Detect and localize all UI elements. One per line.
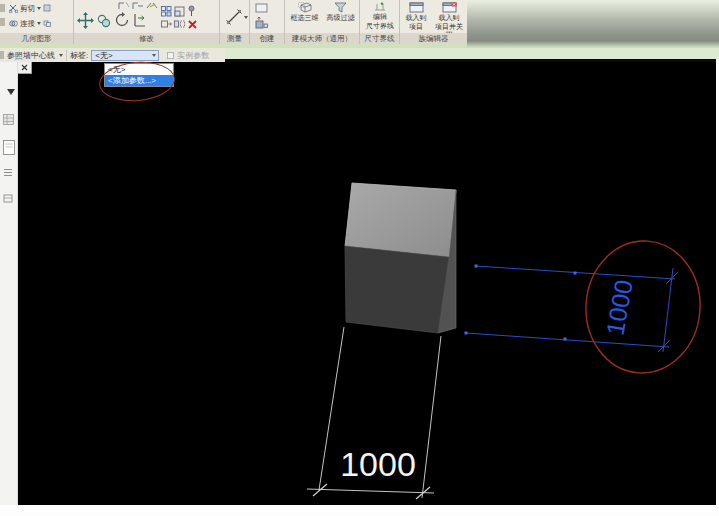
join-alt-icon[interactable]	[43, 19, 52, 28]
mirror-icon[interactable]	[174, 19, 185, 29]
panel-label-witness-lines: 尺寸界线	[360, 33, 399, 44]
box-select-3d-label: 框选三维	[291, 14, 319, 21]
drag-handle[interactable]	[564, 338, 567, 341]
options-separator	[66, 50, 67, 61]
bottom-edge	[0, 505, 719, 516]
panel-modify: 修改	[74, 0, 220, 44]
scroll-down-icon[interactable]	[7, 89, 15, 95]
drag-handle[interactable]	[465, 332, 468, 335]
3d-viewport-canvas[interactable]: 1000 1000	[18, 62, 716, 505]
palette-list-icon[interactable]	[3, 168, 13, 177]
offset-icon[interactable]	[161, 19, 172, 29]
clipped-label	[0, 51, 4, 59]
panel-label-measure: 测量	[220, 33, 249, 44]
clipped-icon	[0, 18, 5, 26]
tag-dropdown-list: <无> <添加参数...>	[104, 63, 174, 87]
drag-handle[interactable]	[475, 265, 478, 268]
array-icon[interactable]	[161, 6, 172, 17]
prefer-value: 参照墙中心线	[7, 50, 55, 61]
palette-grid-icon[interactable]	[3, 114, 14, 125]
box-select-3d-button[interactable]: 框选三维	[287, 0, 322, 33]
edit-witness-lines-label-2: 尺寸界线	[366, 22, 394, 29]
chevron-down-icon	[152, 54, 156, 57]
load-into-project-close-button[interactable]: 载入到 项目并关闭	[432, 0, 466, 33]
move-icon[interactable]	[77, 12, 94, 29]
split-icon[interactable]	[146, 1, 158, 10]
panel-witness-lines: 编辑 尺寸界线 尺寸界线	[360, 0, 400, 44]
panel-label-geometry: 几何图形	[0, 33, 73, 44]
cut-label: 剪切	[20, 4, 35, 14]
options-bar-filler	[225, 48, 719, 62]
edit-witness-lines-label-1: 编辑	[373, 13, 387, 20]
join-button[interactable]: 连接	[0, 17, 73, 30]
chevron-down-icon[interactable]	[37, 7, 41, 10]
panel-label-family-editor: 族编辑器	[400, 33, 467, 44]
panel-label-create: 创建	[250, 33, 284, 44]
scissors-icon	[9, 4, 18, 13]
tag-value: <无>	[95, 50, 112, 61]
revit-family-editor-window: 剪切 连接 几何图形	[0, 0, 719, 516]
palette-tool-icon[interactable]	[3, 194, 13, 203]
measure-icon[interactable]	[225, 8, 243, 26]
advanced-filter-icon	[334, 2, 347, 13]
panel-label-modeling-master: 建模大师（通用）	[285, 33, 359, 44]
rotate-icon[interactable]	[114, 12, 130, 28]
join-icon	[9, 19, 18, 28]
tag-combobox[interactable]: <无>	[91, 50, 159, 61]
extend-icon[interactable]	[132, 1, 144, 10]
edit-witness-lines-icon	[374, 2, 386, 12]
load-into-project-close-label-1: 载入到	[439, 14, 460, 21]
load-into-project-label-2: 项目	[409, 23, 423, 30]
tag-option-none[interactable]: <无>	[105, 64, 173, 75]
chevron-down-icon[interactable]	[37, 22, 41, 25]
load-into-project-button[interactable]: 载入到 项目	[401, 0, 431, 33]
view-close-button[interactable]	[18, 62, 32, 74]
advanced-filter-button[interactable]: 高级过滤	[323, 0, 358, 33]
cut-alt-icon[interactable]	[43, 4, 52, 13]
panel-geometry: 剪切 连接 几何图形	[0, 0, 74, 44]
create-dimension-icon[interactable]	[255, 3, 268, 13]
load-into-project-label-1: 载入到	[406, 14, 427, 21]
create-form-icon[interactable]	[255, 16, 268, 29]
extrusion-cube[interactable]	[345, 183, 456, 333]
palette-page-icon[interactable]	[3, 140, 15, 155]
edit-witness-lines-button[interactable]: 编辑 尺寸界线	[362, 0, 398, 33]
chevron-down-icon	[59, 54, 63, 57]
options-bar: 参照墙中心线 标签: <无> 实例参数	[0, 48, 225, 62]
align-icon[interactable]	[133, 13, 147, 28]
prefer-dropdown[interactable]: 参照墙中心线	[7, 50, 63, 61]
copy-icon[interactable]	[97, 14, 111, 28]
scale-icon[interactable]	[174, 6, 185, 17]
bottom-dimension-value[interactable]: 1000	[340, 445, 416, 483]
chevron-down-icon[interactable]	[244, 16, 248, 19]
close-icon	[21, 64, 28, 71]
load-into-project-close-icon	[442, 2, 457, 13]
panel-family-editor: 载入到 项目 载入到 项目并关闭 族编辑器	[400, 0, 467, 44]
tag-option-add-parameter[interactable]: <添加参数...>	[105, 75, 173, 86]
instance-parameter-checkbox[interactable]	[167, 52, 174, 59]
panel-measure: 测量	[220, 0, 250, 44]
drag-handle[interactable]	[574, 272, 577, 275]
instance-parameter-label: 实例参数	[177, 50, 209, 61]
ribbon: 剪切 连接 几何图形	[0, 0, 467, 48]
panel-create: 创建	[250, 0, 285, 44]
delete-icon[interactable]	[187, 19, 198, 30]
join-label: 连接	[20, 19, 35, 29]
clipped-icon	[0, 4, 5, 12]
box-select-3d-icon	[298, 2, 312, 13]
trim-icon[interactable]	[118, 1, 130, 10]
load-into-project-icon	[409, 2, 424, 13]
panel-label-modify: 修改	[74, 33, 219, 44]
left-palette-strip	[0, 62, 18, 505]
cube-top-face[interactable]	[345, 183, 456, 257]
pin-icon[interactable]	[187, 5, 196, 17]
tag-label: 标签:	[70, 50, 88, 61]
cube-front-face[interactable]	[345, 246, 449, 333]
advanced-filter-label: 高级过滤	[327, 14, 355, 21]
panel-modeling-master: 框选三维 高级过滤 建模大师（通用）	[285, 0, 360, 44]
cut-button[interactable]: 剪切	[0, 2, 73, 15]
